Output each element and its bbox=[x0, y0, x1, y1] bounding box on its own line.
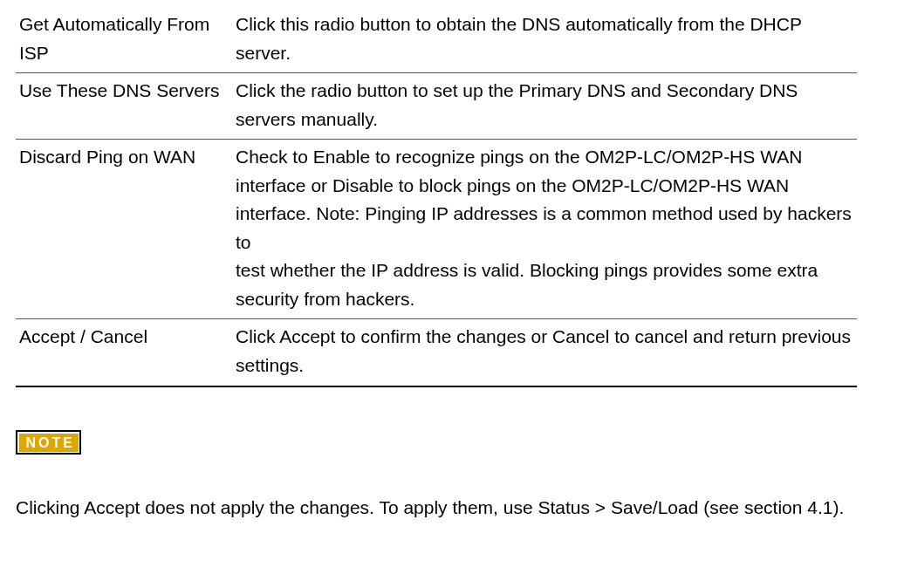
row-desc: Check to Enable to recognize pings on th… bbox=[232, 140, 857, 319]
row-label: Discard Ping on WAN bbox=[16, 140, 232, 319]
row-label: Get Automatically From ISP bbox=[16, 10, 232, 73]
row-label: Accept / Cancel bbox=[16, 319, 232, 386]
definition-table: Get Automatically From ISP Click this ra… bbox=[16, 10, 857, 387]
row-desc: Click Accept to confirm the changes or C… bbox=[232, 319, 857, 386]
note-badge: NOTE bbox=[16, 427, 857, 456]
table-row: Discard Ping on WAN Check to Enable to r… bbox=[16, 140, 857, 319]
note-label: NOTE bbox=[19, 434, 79, 452]
table-row: Accept / Cancel Click Accept to confirm … bbox=[16, 319, 857, 386]
note-body: Clicking Accept does not apply the chang… bbox=[16, 494, 857, 523]
table-row: Get Automatically From ISP Click this ra… bbox=[16, 10, 857, 73]
row-label: Use These DNS Servers bbox=[16, 73, 232, 140]
row-desc: Click the radio button to set up the Pri… bbox=[232, 73, 857, 140]
table-row: Use These DNS Servers Click the radio bu… bbox=[16, 73, 857, 140]
row-desc: Click this radio button to obtain the DN… bbox=[232, 10, 857, 73]
